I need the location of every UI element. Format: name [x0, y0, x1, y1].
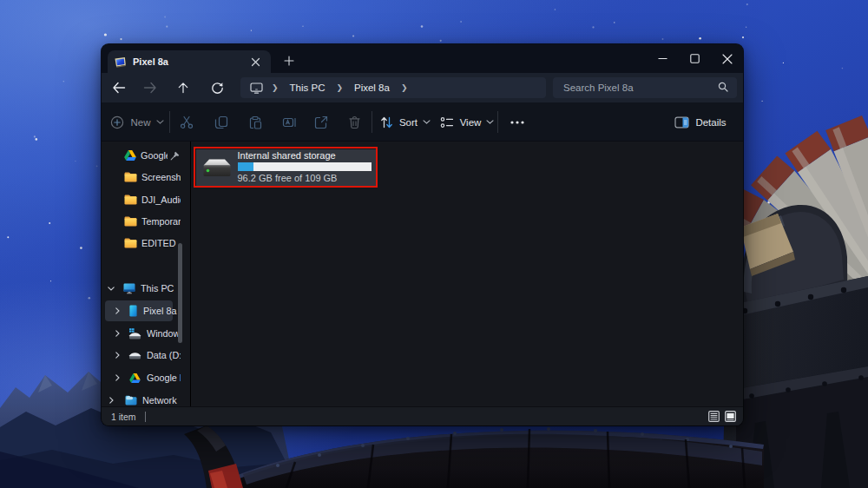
- delete-button[interactable]: [339, 108, 370, 136]
- sidebar-item-temporary[interactable]: Temporary: [102, 211, 190, 232]
- monitor-icon: [250, 82, 263, 94]
- sort-button[interactable]: Sort: [377, 108, 434, 136]
- trash-icon: [348, 115, 361, 129]
- this-pc-icon-svg: [123, 283, 135, 294]
- refresh-button[interactable]: [203, 75, 231, 101]
- status-separator: [145, 412, 146, 422]
- sidebar-item-label: EDITED: [141, 238, 181, 248]
- window-controls: [647, 44, 743, 73]
- breadcrumb-chevron: ❯: [392, 83, 417, 92]
- share-icon: [314, 115, 328, 129]
- sidebar-item-label: Data (D:): [147, 350, 181, 360]
- network-icon: [125, 395, 137, 406]
- chevron-right-icon[interactable]: [113, 307, 122, 314]
- google-drive-icon: [124, 150, 136, 161]
- sidebar-item-pixel-8a[interactable]: Pixel 8a: [102, 300, 190, 321]
- sidebar-item-screenshots[interactable]: Screenshots: [102, 167, 190, 188]
- forward-button[interactable]: [136, 75, 164, 101]
- sidebar-item-label: DJI_Audio: [141, 195, 181, 205]
- share-button[interactable]: [306, 108, 337, 136]
- sidebar-item-label: Google Drive: [147, 373, 181, 383]
- sidebar-item-label: This PC: [141, 283, 181, 293]
- details-view-button[interactable]: [708, 411, 720, 422]
- breadcrumb-pixel-8a[interactable]: Pixel 8a: [352, 82, 392, 93]
- sidebar-item-edited[interactable]: EDITED: [102, 233, 190, 254]
- drive-icon-svg: [128, 351, 141, 359]
- details-button[interactable]: Details: [667, 108, 733, 136]
- back-button[interactable]: [105, 75, 133, 101]
- search-icon[interactable]: [718, 80, 728, 96]
- more-options-button[interactable]: [503, 108, 532, 136]
- up-button[interactable]: [169, 75, 197, 101]
- refresh-icon: [211, 82, 224, 95]
- copy-icon: [214, 115, 228, 129]
- chevron-right-icon[interactable]: [113, 330, 122, 337]
- paste-icon: [248, 115, 262, 129]
- close-icon: [251, 57, 260, 67]
- sidebar-item-windows-c[interactable]: Windows (C:): [102, 323, 190, 344]
- rename-button[interactable]: [273, 108, 305, 136]
- new-tab-button[interactable]: [278, 50, 299, 71]
- forward-icon: [143, 82, 157, 94]
- sidebar-item-data-d[interactable]: Data (D:): [102, 345, 190, 366]
- chevron-down-icon-svg: [108, 287, 115, 291]
- breadcrumb-chevron: ❯: [327, 83, 352, 92]
- google-drive-icon-svg: [129, 373, 141, 383]
- items-count: 1 item: [111, 412, 136, 422]
- file-explorer-window: Pixel 8a: [102, 44, 743, 425]
- chevron-right-icon-svg: [115, 307, 120, 314]
- chevron-down-icon: [156, 120, 164, 124]
- sidebar-scrollbar[interactable]: [178, 243, 182, 343]
- chevron-right-icon[interactable]: [113, 374, 122, 381]
- explorer-tab[interactable]: Pixel 8a: [108, 50, 271, 73]
- details-view-button-svg: [708, 411, 720, 422]
- cut-button[interactable]: [171, 108, 202, 136]
- sidebar-item-google-drive-pinned[interactable]: Google Drive: [102, 145, 190, 166]
- windows-drive-icon: [128, 328, 141, 340]
- sidebar-item-label: Screenshots: [141, 172, 181, 182]
- toolbar-separator: [497, 111, 498, 133]
- new-plus-icon: [110, 115, 124, 129]
- breadcrumb-this-pc[interactable]: This PC: [287, 82, 328, 93]
- sidebar-item-this-pc[interactable]: This PC: [102, 278, 190, 299]
- view-label: View: [460, 117, 482, 128]
- sidebar-item-google-drive[interactable]: Google Drive: [102, 367, 190, 388]
- files-area[interactable]: Internal shared storage 96.2 GB free of …: [191, 142, 743, 406]
- close-window-button[interactable]: [711, 44, 743, 73]
- network-icon-svg: [125, 395, 137, 406]
- minimize-button[interactable]: [647, 44, 679, 73]
- sidebar-item-label: Pixel 8a: [143, 306, 181, 316]
- sidebar-item-label: Network: [142, 395, 181, 406]
- paste-button[interactable]: [240, 108, 271, 136]
- sidebar-item-label: Windows (C:): [147, 328, 181, 339]
- details-label: Details: [695, 117, 726, 128]
- address-bar[interactable]: ❯ This PC ❯ Pixel 8a ❯: [240, 77, 546, 98]
- folder-icon: [124, 195, 137, 205]
- search-box[interactable]: Search Pixel 8a: [553, 77, 737, 98]
- copy-button[interactable]: [206, 108, 237, 136]
- chevron-right-icon-svg: [115, 352, 120, 359]
- chevron-down-icon: [423, 120, 431, 124]
- sidebar-item-dji-audio[interactable]: DJI_Audio: [102, 189, 190, 210]
- pin-icon: [170, 151, 180, 161]
- toolbar-separator: [169, 111, 170, 133]
- tab-close-button[interactable]: [246, 53, 265, 70]
- view-toggles: [708, 407, 736, 425]
- titlebar[interactable]: Pixel 8a: [102, 44, 743, 73]
- thumbnail-view-button[interactable]: [725, 411, 736, 422]
- chevron-right-icon[interactable]: [113, 352, 122, 359]
- drive-icon: [128, 351, 141, 359]
- maximize-button[interactable]: [679, 44, 711, 73]
- new-label: New: [130, 117, 150, 128]
- phone-icon: [129, 305, 137, 317]
- desktop: Pixel 8a: [0, 0, 868, 488]
- sidebar-item-label: Google Drive: [141, 150, 168, 161]
- view-button[interactable]: View: [437, 108, 496, 136]
- chevron-right-icon[interactable]: [107, 397, 115, 404]
- ellipsis-icon: [510, 121, 524, 124]
- chevron-down-icon[interactable]: [107, 287, 115, 291]
- thumbnail-view-button-svg: [725, 411, 736, 422]
- new-button[interactable]: New: [105, 108, 169, 136]
- pin-icon-svg: [170, 151, 180, 161]
- internal-shared-storage-item[interactable]: Internal shared storage 96.2 GB free of …: [196, 149, 376, 186]
